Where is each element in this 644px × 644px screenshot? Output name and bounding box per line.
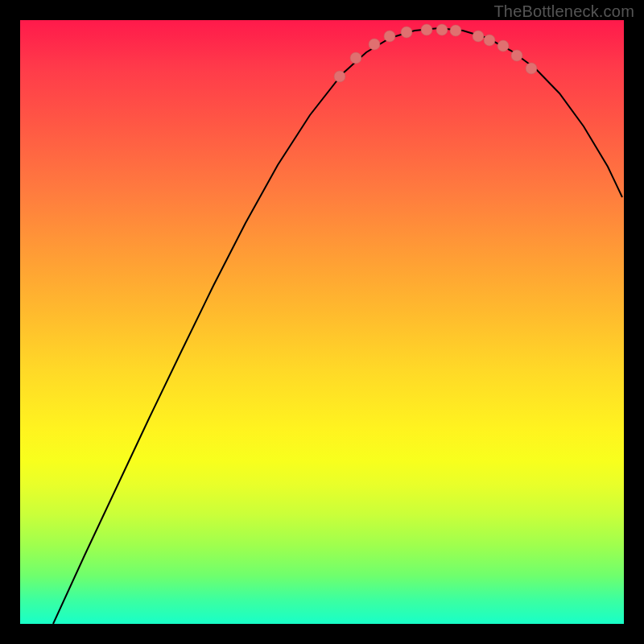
data-marker [436,24,448,35]
data-marker [526,63,537,74]
data-marker [484,35,495,46]
bottleneck-curve [53,28,622,624]
data-marker [350,52,361,64]
data-marker [511,50,522,61]
chart-svg [20,20,624,624]
data-marker [473,31,484,42]
data-marker [401,27,412,38]
data-marker [384,31,395,42]
data-marker [421,24,432,35]
chart-root: TheBottleneck.com [0,0,644,644]
data-marker [497,40,509,52]
data-marker [334,71,345,82]
data-marker [369,39,380,50]
plot-area [20,20,624,624]
watermark-text: TheBottleneck.com [493,2,634,21]
data-marker [450,25,461,36]
